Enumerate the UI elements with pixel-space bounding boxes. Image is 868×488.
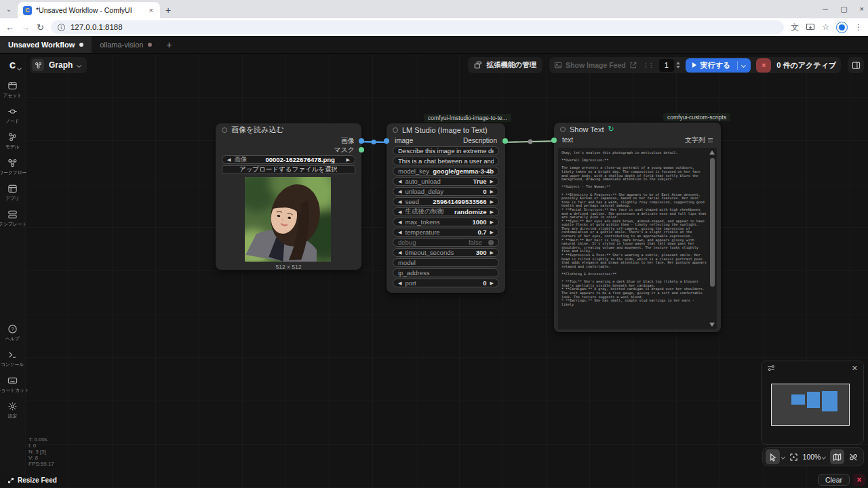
widget-debug[interactable]: debugfalse: [393, 238, 499, 247]
widget-auto_unload[interactable]: ◀auto_unloadTrue▶: [393, 177, 499, 186]
sidebar-item-console[interactable]: コンソール: [0, 350, 25, 368]
input-dot-text[interactable]: [551, 138, 557, 143]
widget-unload_delay[interactable]: ◀unload_delay0▶: [393, 187, 499, 196]
sidebar-item-settings[interactable]: 設定: [0, 401, 25, 420]
image-filename-widget[interactable]: ◀ 画像 00002-1622676478.png ▶: [222, 155, 355, 164]
pointer-tool-chevron[interactable]: [781, 455, 785, 459]
prev-arrow-icon[interactable]: ◀: [398, 189, 401, 194]
prev-arrow-icon[interactable]: ◀: [227, 157, 231, 162]
profile-avatar[interactable]: [836, 22, 848, 33]
batch-spinners[interactable]: [676, 62, 680, 68]
next-arrow-icon[interactable]: ▶: [490, 230, 494, 235]
node-lm-studio[interactable]: LM Studio (Image to Text) image Descript…: [387, 123, 505, 293]
node-load-image[interactable]: 画像を読み込む 画像 マスク ◀ 画像 00002-1622676478.png…: [216, 123, 361, 270]
output-dot-mask[interactable]: [359, 147, 364, 152]
widget-ip_address[interactable]: ip_address: [393, 268, 499, 277]
tab-close-icon[interactable]: ×: [148, 6, 155, 14]
output-dot-description[interactable]: [502, 138, 508, 144]
node-lm-studio-header[interactable]: LM Studio (Image to Text): [387, 123, 505, 136]
prev-arrow-icon[interactable]: ◀: [398, 230, 401, 235]
bookmark-star-icon[interactable]: ☆: [822, 22, 829, 32]
sidebar-item-models[interactable]: モデル: [0, 132, 25, 150]
widget-max_tokens[interactable]: ◀max_tokens1000▶: [393, 218, 499, 226]
install-app-icon[interactable]: [806, 22, 815, 32]
next-arrow-icon[interactable]: ▶: [490, 281, 494, 285]
show-text-output-area[interactable]: Okay, let's analyze this photograph in m…: [558, 148, 717, 329]
prev-arrow-icon[interactable]: ◀: [398, 220, 401, 224]
feed-close-button[interactable]: ×: [853, 474, 865, 486]
text-scrollbar[interactable]: [709, 149, 715, 328]
collapse-dot[interactable]: [560, 127, 566, 132]
next-arrow-icon[interactable]: ▶: [490, 250, 494, 255]
minimize-icon[interactable]: ─: [823, 5, 828, 13]
widget-生成後の制御[interactable]: ◀生成後の制御randomize▶: [393, 207, 499, 216]
new-tab-button[interactable]: +: [160, 2, 176, 18]
translate-icon[interactable]: 文: [791, 22, 799, 33]
workflow-tab-unsaved-workflow[interactable]: Unsaved Workflow: [0, 36, 92, 53]
run-button[interactable]: 実行する: [686, 58, 751, 73]
minimap-viewport[interactable]: [771, 384, 850, 426]
minimap-toggle-button[interactable]: [830, 449, 844, 464]
image-preview[interactable]: [245, 177, 331, 262]
prev-arrow-icon[interactable]: ◀: [398, 281, 401, 285]
sidebar-item-apps[interactable]: アプリ: [0, 184, 25, 202]
widget-port[interactable]: ◀port0▶: [393, 279, 499, 287]
show-image-feed-button[interactable]: Show Image Feed: [554, 61, 637, 69]
collapse-dot[interactable]: [222, 127, 227, 133]
clear-button[interactable]: Clear: [818, 474, 850, 486]
input-dot-image[interactable]: [384, 138, 389, 144]
address-bar[interactable]: i 127.0.0.1:8188: [51, 20, 784, 34]
run-options-chevron[interactable]: [737, 61, 749, 70]
browser-menu-icon[interactable]: ⋮: [854, 22, 863, 32]
widget-temperature[interactable]: ◀temperature0.7▶: [393, 228, 499, 237]
node-load-image-header[interactable]: 画像を読み込む: [216, 123, 361, 136]
prev-arrow-icon[interactable]: ◀: [398, 179, 401, 184]
browser-tab[interactable]: C *Unsaved Workflow - ComfyUI ×: [18, 2, 160, 18]
next-arrow-icon[interactable]: ▶: [490, 199, 494, 204]
reload-icon[interactable]: ↻: [37, 22, 44, 33]
widget-seed[interactable]: ◀seed259641499533566▶: [393, 197, 499, 206]
new-workflow-button[interactable]: +: [160, 36, 178, 53]
scrollbar-thumb[interactable]: [710, 158, 715, 287]
next-arrow-icon[interactable]: ▶: [490, 179, 494, 184]
minimap-close-icon[interactable]: ✕: [852, 364, 858, 373]
close-window-icon[interactable]: ×: [860, 5, 864, 13]
tab-search-icon[interactable]: ⌄: [0, 0, 18, 18]
manage-extensions-button[interactable]: 拡張機能の管理: [468, 57, 542, 73]
prev-arrow-icon[interactable]: ◀: [398, 250, 401, 255]
sidebar-item-workflows[interactable]: ワークフロー: [0, 158, 25, 176]
next-arrow-icon[interactable]: ▶: [490, 189, 494, 194]
widget-timeout_seconds[interactable]: ◀timeout_seconds300▶: [393, 248, 499, 257]
resize-feed-button[interactable]: Resize Feed: [2, 474, 62, 486]
sidebar-item-help[interactable]: ?ヘルプ: [0, 324, 25, 342]
batch-count-stepper[interactable]: 1: [659, 59, 680, 72]
prev-arrow-icon[interactable]: ◀: [398, 209, 401, 214]
back-icon[interactable]: ←: [5, 22, 14, 33]
sidebar-item-assets[interactable]: アセット: [0, 81, 25, 99]
scroll-down-icon[interactable]: [709, 323, 715, 327]
output-dot-image[interactable]: [359, 138, 364, 144]
collapse-dot[interactable]: [393, 127, 398, 133]
sidebar-item-shortcuts[interactable]: ショートカット: [0, 375, 25, 394]
node-show-text[interactable]: Show Text ↻ text 文字列 Okay, let's analyze…: [554, 123, 721, 332]
widget-prompt-text[interactable]: This is a chat between a user and an a..…: [393, 157, 499, 165]
drag-handle-icon[interactable]: ⋮⋮: [643, 62, 654, 68]
minimap-settings-icon[interactable]: [767, 364, 775, 372]
sidebar-item-nodes[interactable]: ノード: [0, 106, 25, 125]
toggle-knob[interactable]: [488, 240, 494, 245]
stop-button[interactable]: ×: [756, 58, 771, 73]
upload-file-button[interactable]: アップロードするファイルを選択: [222, 165, 355, 174]
prev-arrow-icon[interactable]: ◀: [398, 199, 401, 204]
zoom-level-label[interactable]: 100%: [803, 453, 821, 461]
node-show-text-header[interactable]: Show Text ↻: [554, 123, 721, 136]
scroll-up-icon[interactable]: [709, 150, 715, 155]
fit-view-button[interactable]: [787, 449, 801, 464]
next-arrow-icon[interactable]: ▶: [347, 157, 350, 162]
next-arrow-icon[interactable]: ▶: [490, 220, 494, 224]
pointer-tool-button[interactable]: [766, 449, 780, 464]
graph-selector-button[interactable]: Graph: [30, 57, 87, 73]
next-arrow-icon[interactable]: ▶: [490, 209, 494, 214]
site-info-icon[interactable]: i: [58, 24, 65, 31]
zoom-chevron[interactable]: [822, 455, 826, 459]
widget-model_key[interactable]: model_keygoogle/gemma-3-4b: [393, 167, 499, 176]
